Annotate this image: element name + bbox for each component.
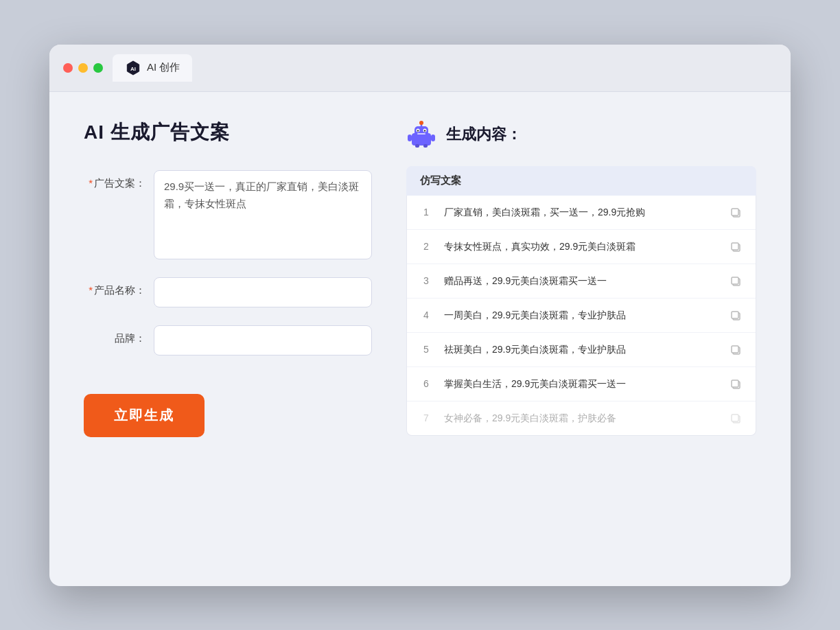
right-panel: 生成内容： 仿写文案 1 厂家直销，美白淡斑霜，买一送一，29.9元抢购 2 专… (406, 119, 756, 552)
left-panel: AI 生成广告文案 *广告文案： 29.9买一送一，真正的厂家直销，美白淡斑霜，… (84, 119, 372, 552)
ad-copy-input[interactable]: 29.9买一送一，真正的厂家直销，美白淡斑霜，专抹女性斑点 (154, 170, 372, 259)
close-button[interactable] (63, 63, 73, 73)
svg-rect-9 (417, 133, 425, 135)
copy-icon-6[interactable] (730, 377, 743, 390)
result-text-3: 赠品再送，29.9元美白淡斑霜买一送一 (444, 274, 719, 288)
browser-window: AI AI 创作 AI 生成广告文案 *广告文案： 29.9买一送一，真正的厂家… (49, 45, 791, 586)
tab-label: AI 创作 (147, 61, 180, 74)
svg-rect-25 (732, 380, 738, 387)
result-item-3: 3 赠品再送，29.9元美白淡斑霜买一送一 (407, 264, 756, 299)
copy-icon-4[interactable] (730, 308, 743, 322)
result-text-5: 祛斑美白，29.9元美白淡斑霜，专业护肤品 (444, 342, 719, 357)
copy-icon-7[interactable] (730, 411, 743, 425)
svg-rect-15 (732, 209, 738, 215)
required-star-1: * (89, 177, 93, 189)
svg-rect-23 (732, 346, 738, 353)
result-num-6: 6 (419, 378, 433, 389)
svg-rect-27 (732, 415, 738, 421)
svg-rect-13 (423, 144, 428, 148)
brand-input[interactable]: 好白 (154, 325, 372, 355)
result-num-1: 1 (419, 207, 433, 218)
maximize-button[interactable] (93, 63, 103, 73)
result-text-6: 掌握美白生活，29.9元美白淡斑霜买一送一 (444, 377, 719, 391)
result-text-1: 厂家直销，美白淡斑霜，买一送一，29.9元抢购 (444, 205, 719, 220)
svg-rect-21 (732, 312, 738, 318)
result-num-7: 7 (419, 412, 433, 423)
product-name-input[interactable]: 美白淡斑霜 (154, 277, 372, 307)
svg-rect-10 (408, 135, 412, 141)
result-item-4: 4 一周美白，29.9元美白淡斑霜，专业护肤品 (407, 299, 756, 333)
ad-copy-group: *广告文案： 29.9买一送一，真正的厂家直销，美白淡斑霜，专抹女性斑点 (84, 170, 372, 259)
copy-icon-1[interactable] (730, 205, 743, 219)
svg-rect-17 (732, 243, 738, 250)
robot-icon (406, 119, 436, 150)
result-table-header: 仿写文案 (406, 166, 756, 196)
ai-tab[interactable]: AI AI 创作 (113, 54, 192, 82)
result-item-6: 6 掌握美白生活，29.9元美白淡斑霜买一送一 (407, 367, 756, 401)
svg-text:AI: AI (130, 66, 136, 72)
result-header: 生成内容： (406, 119, 756, 150)
result-item-5: 5 祛斑美白，29.9元美白淡斑霜，专业护肤品 (407, 333, 756, 367)
brand-group: 品牌： 好白 (84, 325, 372, 355)
ai-badge-icon: AI (125, 60, 141, 76)
svg-rect-11 (431, 135, 435, 141)
content-area: AI 生成广告文案 *广告文案： 29.9买一送一，真正的厂家直销，美白淡斑霜，… (49, 92, 791, 586)
product-name-label: *产品名称： (84, 277, 145, 297)
required-star-2: * (89, 284, 93, 296)
result-text-2: 专抹女性斑点，真实功效，29.9元美白淡斑霜 (444, 240, 719, 254)
minimize-button[interactable] (78, 63, 88, 73)
generate-button[interactable]: 立即生成 (84, 394, 205, 437)
result-item-7: 7 女神必备，29.9元美白淡斑霜，护肤必备 (407, 401, 756, 435)
ad-copy-label: *广告文案： (84, 170, 145, 190)
result-num-2: 2 (419, 241, 433, 252)
result-text-4: 一周美白，29.9元美白淡斑霜，专业护肤品 (444, 308, 719, 323)
page-title: AI 生成广告文案 (84, 119, 372, 145)
svg-point-4 (419, 121, 423, 125)
result-item-2: 2 专抹女性斑点，真实功效，29.9元美白淡斑霜 (407, 230, 756, 264)
result-item-1: 1 厂家直销，美白淡斑霜，买一送一，29.9元抢购 (407, 196, 756, 230)
traffic-lights (63, 63, 103, 73)
copy-icon-5[interactable] (730, 342, 743, 356)
result-num-4: 4 (419, 310, 433, 320)
result-list: 1 厂家直销，美白淡斑霜，买一送一，29.9元抢购 2 专抹女性斑点，真实功效，… (406, 196, 756, 436)
product-name-group: *产品名称： 美白淡斑霜 (84, 277, 372, 307)
titlebar: AI AI 创作 (49, 45, 791, 92)
result-title: 生成内容： (446, 124, 522, 145)
brand-label: 品牌： (84, 325, 145, 345)
copy-icon-2[interactable] (730, 240, 743, 253)
result-num-3: 3 (419, 275, 433, 286)
svg-point-7 (417, 130, 419, 131)
svg-rect-19 (732, 277, 738, 284)
copy-icon-3[interactable] (730, 274, 743, 288)
result-text-7: 女神必备，29.9元美白淡斑霜，护肤必备 (444, 411, 719, 425)
svg-rect-12 (415, 144, 419, 148)
svg-point-8 (424, 130, 425, 131)
result-num-5: 5 (419, 344, 433, 355)
